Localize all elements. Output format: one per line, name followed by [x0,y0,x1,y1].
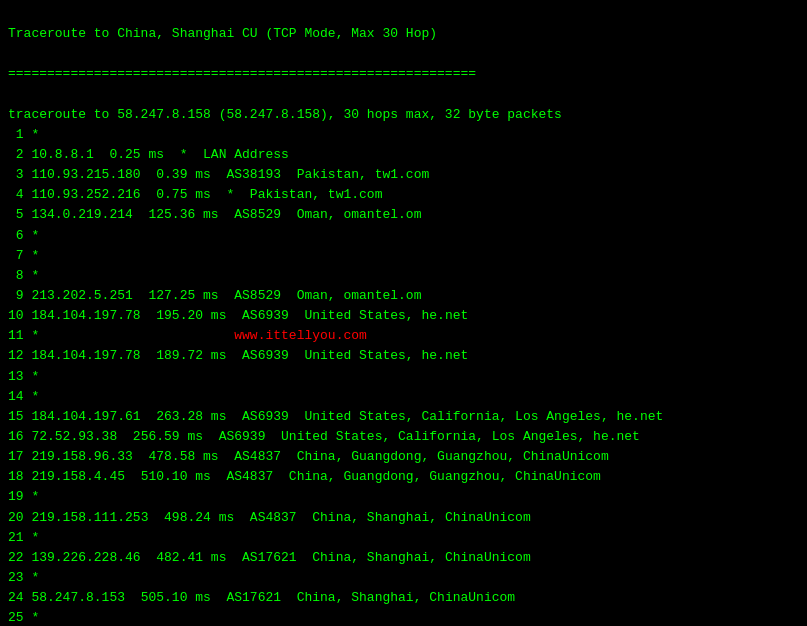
row-number: 16 [8,429,24,444]
row-number: 20 [8,510,24,525]
table-row: 8 * [8,266,799,286]
row-content: * [24,530,40,545]
row-number: 21 [8,530,24,545]
row-number: 23 [8,570,24,585]
table-row: 25 * [8,608,799,626]
row-content: * [24,228,40,243]
terminal-output: Traceroute to China, Shanghai CU (TCP Mo… [8,4,799,125]
row-number: 25 [8,610,24,625]
row-content: * [24,127,40,142]
row-content: * [24,489,40,504]
row-number: 24 [8,590,24,605]
row-content: 213.202.5.251 127.25 ms AS8529 Oman, oma… [24,288,422,303]
table-row: 17 219.158.96.33 478.58 ms AS4837 China,… [8,447,799,467]
table-row: 20 219.158.111.253 498.24 ms AS4837 Chin… [8,508,799,528]
table-row: 13 * [8,367,799,387]
table-row: 21 * [8,528,799,548]
table-row: 22 139.226.228.46 482.41 ms AS17621 Chin… [8,548,799,568]
row-number: 3 [8,167,24,182]
row-content: 184.104.197.61 263.28 ms AS6939 United S… [24,409,664,424]
row-content: * [24,570,40,585]
row-content: 139.226.228.46 482.41 ms AS17621 China, … [24,550,531,565]
table-row: 12 184.104.197.78 189.72 ms AS6939 Unite… [8,346,799,366]
row-number: 8 [8,268,24,283]
table-row: 7 * [8,246,799,266]
intro-line: traceroute to 58.247.8.158 (58.247.8.158… [8,107,562,122]
table-row: 18 219.158.4.45 510.10 ms AS4837 China, … [8,467,799,487]
table-row: 2 10.8.8.1 0.25 ms * LAN Address [8,145,799,165]
row-content: 134.0.219.214 125.36 ms AS8529 Oman, oma… [24,207,422,222]
row-content: 10.8.8.1 0.25 ms * LAN Address [24,147,289,162]
row-content: 184.104.197.78 189.72 ms AS6939 United S… [24,348,469,363]
row-content: 219.158.111.253 498.24 ms AS4837 China, … [24,510,531,525]
row-content: 219.158.96.33 478.58 ms AS4837 China, Gu… [24,449,609,464]
row-content: 110.93.215.180 0.39 ms AS38193 Pakistan,… [24,167,430,182]
row-number: 6 [8,228,24,243]
row-number: 12 [8,348,24,363]
row-content: 58.247.8.153 505.10 ms AS17621 China, Sh… [24,590,515,605]
table-row: 15 184.104.197.61 263.28 ms AS6939 Unite… [8,407,799,427]
table-row: 6 * [8,226,799,246]
row-number: 5 [8,207,24,222]
row-number: 1 [8,127,24,142]
row-number: 22 [8,550,24,565]
row-number: 13 [8,369,24,384]
table-row: 9 213.202.5.251 127.25 ms AS8529 Oman, o… [8,286,799,306]
row-content: * [24,369,40,384]
row-number: 11 [8,328,24,343]
row-number: 19 [8,489,24,504]
row-number: 15 [8,409,24,424]
row-content: * [24,610,40,625]
row-number: 18 [8,469,24,484]
row-content: 110.93.252.216 0.75 ms * Pakistan, tw1.c… [24,187,383,202]
row-number: 10 [8,308,24,323]
table-row: 3 110.93.215.180 0.39 ms AS38193 Pakista… [8,165,799,185]
table-row: 10 184.104.197.78 195.20 ms AS6939 Unite… [8,306,799,326]
table-row: 24 58.247.8.153 505.10 ms AS17621 China,… [8,588,799,608]
row-number: 4 [8,187,24,202]
table-row: 1 * [8,125,799,145]
watermark-text: www.ittellyou.com [234,328,367,343]
title-line: Traceroute to China, Shanghai CU (TCP Mo… [8,26,437,41]
row-content: * [24,328,235,343]
table-row: 23 * [8,568,799,588]
row-content: * [24,268,40,283]
row-content: 219.158.4.45 510.10 ms AS4837 China, Gua… [24,469,601,484]
row-content: 184.104.197.78 195.20 ms AS6939 United S… [24,308,469,323]
table-row: 14 * [8,387,799,407]
row-number: 17 [8,449,24,464]
table-row: 16 72.52.93.38 256.59 ms AS6939 United S… [8,427,799,447]
table-row: 4 110.93.252.216 0.75 ms * Pakistan, tw1… [8,185,799,205]
separator: ========================================… [8,66,476,81]
table-row: 19 * [8,487,799,507]
row-number: 9 [8,288,24,303]
row-content: 72.52.93.38 256.59 ms AS6939 United Stat… [24,429,640,444]
row-content: * [24,248,40,263]
row-content: * [24,389,40,404]
row-number: 7 [8,248,24,263]
table-row: 11 * www.ittellyou.com [8,326,799,346]
table-row: 5 134.0.219.214 125.36 ms AS8529 Oman, o… [8,205,799,225]
traceroute-rows: 1 * 2 10.8.8.1 0.25 ms * LAN Address 3 1… [8,125,799,626]
row-number: 2 [8,147,24,162]
row-number: 14 [8,389,24,404]
